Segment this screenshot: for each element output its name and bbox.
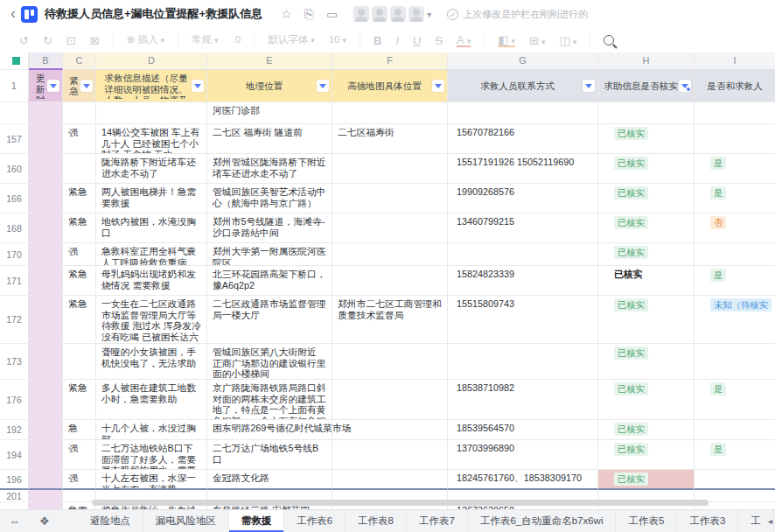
cell-H-172[interactable]: 已核实 (598, 296, 695, 344)
cell-B-202[interactable] (29, 502, 63, 509)
tab-scroll-left-icon[interactable]: ◂ (768, 510, 772, 532)
cell-E-192[interactable]: 困东明路269号德亿时代城菜市场 (207, 420, 332, 440)
cell-F-172[interactable]: 郑州市二七区工商管理和质量技术监督局 (332, 296, 448, 344)
cell-C-192[interactable]: 急 (63, 420, 96, 440)
row-header-168[interactable]: 168 (0, 214, 29, 243)
cell-E-170[interactable]: 郑州大学第一附属医院河医院区 (207, 243, 332, 266)
row-header-202[interactable]: 202 (0, 502, 29, 509)
cell-F-160[interactable] (332, 154, 448, 184)
row-header-196[interactable]: 196 (0, 470, 29, 490)
filter-icon[interactable] (47, 80, 59, 92)
cell-G-160[interactable]: 15517191926 15052119690 (448, 154, 598, 184)
cell-F-170[interactable] (332, 243, 448, 266)
cell-E-168[interactable]: 郑州市5号线隧道，海滩寺-沙口录路站中间 (207, 214, 332, 243)
cell-B-170[interactable] (29, 243, 63, 266)
shortcut-icon[interactable]: ⎘ (304, 8, 314, 20)
row-header-194[interactable]: 194 (0, 440, 29, 470)
column-letter-I[interactable]: I (695, 52, 775, 70)
cell-E-157[interactable]: 二七区 福寿街 隧道前 (207, 124, 332, 154)
cell-H-176[interactable]: 已核实 (598, 380, 695, 420)
cell-C-partial[interactable] (63, 102, 96, 124)
cell-D-192[interactable]: 十几个人被，水没过胸部 (96, 420, 207, 440)
cell-B-partial[interactable] (29, 102, 63, 124)
cell-B-168[interactable] (29, 214, 63, 243)
cell-H-194[interactable]: 已核实 (598, 440, 695, 470)
cell-H-170[interactable]: 已核实 (598, 243, 695, 266)
cell-H-160[interactable]: 已核实 (598, 154, 695, 184)
header-cell-I[interactable]: 是否和求救人 (695, 70, 775, 102)
select-all-corner[interactable] (0, 52, 29, 70)
filter-icon[interactable] (432, 80, 444, 92)
text-color-button[interactable]: A▾ (457, 34, 471, 47)
cell-B-172[interactable] (29, 296, 63, 344)
back-icon[interactable]: ‹ (10, 5, 21, 23)
sheet-tab-工作表6[interactable]: 工作表6 (284, 510, 346, 532)
cell-D-172[interactable]: 一女生在二七区政通路市场监督管理局大厅等待救援 泡过水 浑身发冷 没有吃喝 已被… (96, 296, 207, 344)
cell-I-192[interactable] (695, 420, 775, 440)
cell-D-194[interactable]: 二七万达地铁站B口下面滞留了好多人，需要厚衣服和饮用水，需要救援 (96, 440, 207, 470)
cell-I-172[interactable]: 未知（待核实 (695, 296, 775, 344)
cell-G-176[interactable]: 18538710982 (448, 380, 598, 420)
italic-button[interactable]: I (395, 35, 399, 46)
cell-G-166[interactable]: 19909268576 (448, 184, 598, 214)
cell-C-166[interactable]: 紧急 (63, 184, 96, 214)
cell-I-partial[interactable] (695, 102, 775, 124)
cell-E-194[interactable]: 二七万达广场地铁5号线B口 (207, 440, 332, 470)
bold-button[interactable]: B (374, 35, 381, 46)
present-icon[interactable]: ▭ (326, 8, 338, 20)
cell-C-194[interactable]: 强 (63, 440, 96, 470)
horizontal-scrollbar[interactable] (92, 500, 709, 506)
row-header-173[interactable]: 173 (0, 344, 29, 380)
undo-icon[interactable]: ↺ (19, 35, 29, 46)
row-header-172[interactable]: 172 (0, 296, 29, 344)
cell-C-160[interactable] (63, 154, 96, 184)
row-header-192[interactable]: 192 (0, 420, 29, 440)
cell-D-160[interactable]: 陇海路桥下附近堵车还进水走不动了 (96, 154, 207, 184)
row-header-1[interactable]: 1 (0, 70, 29, 102)
collaborator-avatars[interactable]: ▾ (351, 6, 431, 22)
number-format-button[interactable]: 常规▾ (192, 35, 219, 46)
column-letter-H[interactable]: H (598, 52, 695, 70)
insert-button[interactable]: ⊕ 插入▾ (127, 35, 164, 46)
filter-icon[interactable] (679, 80, 691, 92)
cell-D-171[interactable]: 母乳妈妈出现堵奶和发烧情况 需要救援 (96, 266, 207, 296)
sheet-tab-工作表8[interactable]: 工作表8 (346, 510, 407, 532)
font-select[interactable]: 默认字体▾ (268, 35, 315, 46)
filter-icon[interactable] (583, 80, 595, 92)
cell-I-160[interactable]: 是 (695, 154, 775, 184)
cell-F-194[interactable] (332, 440, 448, 470)
cell-E-166[interactable]: 管城回族区美智艺术活动中心（航海中路与京广路） (207, 184, 332, 214)
cell-E-176[interactable]: 京广路陇海路铁路局路口斜对面的两栋未交房的建筑工地了，特点是一个上面有黄色钢架，… (207, 380, 332, 420)
cell-B-166[interactable] (29, 184, 63, 214)
cell-H-166[interactable]: 已核实 (598, 184, 695, 214)
underline-button[interactable]: U (413, 35, 421, 46)
cell-B-171[interactable] (29, 266, 63, 296)
cell-H-171[interactable]: 已核实 (598, 266, 695, 296)
cell-G-171[interactable]: 15824823339 (448, 266, 598, 296)
sheet-tab-工作表3[interactable]: 工作表3 (677, 510, 738, 532)
column-letter-G[interactable]: G (448, 52, 598, 70)
clear-format-icon[interactable]: ⊠ (90, 35, 100, 46)
avatar[interactable] (353, 6, 369, 22)
column-letter-C[interactable]: C (63, 52, 96, 70)
cell-B-173[interactable] (29, 344, 63, 380)
header-cell-D[interactable]: 求救信息描述（尽量详细说明被困情况、人数、人员、物资及时长等） (96, 70, 207, 102)
cell-I-196[interactable] (695, 470, 775, 490)
cell-D-157[interactable]: 14辆公交车被困 车上有几十人 已经被困七个小时了 无食物 无水 (96, 124, 207, 154)
switch-sheets-icon[interactable]: ⇔ (9, 514, 20, 528)
cell-G-172[interactable]: 15515809743 (448, 296, 598, 344)
cell-D-166[interactable]: 两人被困电梯井！急需要救援 (96, 184, 207, 214)
cell-E-160[interactable]: 郑州管城区陇海路桥下附近堵车还进水走不动了 (207, 154, 332, 184)
header-cell-B[interactable]: 更新时 (29, 70, 63, 102)
cell-F-196[interactable] (332, 470, 448, 490)
format-painter-icon[interactable]: ⊡ (66, 35, 76, 46)
row-header-partial[interactable] (0, 102, 29, 124)
cell-G-194[interactable]: 13703996890 (448, 440, 598, 470)
avatar[interactable] (408, 6, 424, 22)
cell-D-170[interactable]: 急救科室正用全科气囊人工呼吸抢救危重病人，撑不了多久 (96, 243, 207, 266)
cell-G-173[interactable] (448, 344, 598, 380)
cell-G-196[interactable]: 18245761760、18538309170 (448, 470, 598, 490)
cell-E-172[interactable]: 二七区政通路市场监督管理局一楼大厅 (207, 296, 332, 344)
cell-I-170[interactable] (695, 243, 775, 266)
cell-B-194[interactable] (29, 440, 63, 470)
